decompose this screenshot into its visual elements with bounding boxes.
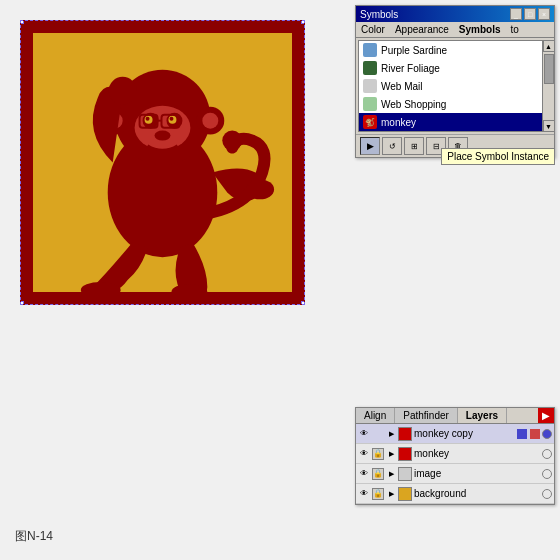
color-monkey-copy — [517, 429, 527, 439]
tab-pathfinder[interactable]: Pathfinder — [395, 408, 458, 423]
layers-menu-arrow[interactable]: ▶ — [538, 408, 554, 423]
circle-monkey-copy — [542, 429, 552, 439]
layers-list: 👁 ▶ monkey copy 👁 🔒 ▶ monkey 👁 🔒 ▶ image — [356, 424, 554, 504]
rotate-button[interactable]: ↺ — [382, 137, 402, 155]
symbols-list: Purple Sardine River Foliage Web Mail We… — [358, 40, 552, 132]
layer-row-background[interactable]: 👁 🔒 ▶ background — [356, 484, 554, 504]
artwork — [20, 20, 305, 305]
canvas-area — [10, 10, 330, 330]
symbol-river-foliage[interactable]: River Foliage — [359, 59, 551, 77]
shopping-label: Web Shopping — [381, 99, 446, 110]
monkey-svg — [33, 33, 292, 292]
lock-monkey-copy[interactable] — [372, 428, 384, 440]
size-button[interactable]: ⊞ — [404, 137, 424, 155]
thumb-background — [398, 487, 412, 501]
expand-background[interactable]: ▶ — [386, 489, 396, 499]
lock-image[interactable]: 🔒 — [372, 468, 384, 480]
place-symbol-button[interactable]: ▶ — [360, 137, 380, 155]
scroll-up-arrow[interactable]: ▲ — [543, 40, 555, 52]
monkey-label: monkey — [381, 117, 416, 128]
svg-point-17 — [109, 77, 137, 105]
svg-point-16 — [202, 113, 218, 129]
foliage-label: River Foliage — [381, 63, 440, 74]
name-monkey: monkey — [414, 448, 540, 459]
figure-label-text: 图N-14 — [15, 529, 53, 543]
circle-image — [542, 469, 552, 479]
layer-row-monkey-copy[interactable]: 👁 ▶ monkey copy — [356, 424, 554, 444]
color2-monkey-copy — [530, 429, 540, 439]
scroll-thumb[interactable] — [544, 54, 554, 84]
monkey-icon: 🐒 — [363, 115, 377, 129]
tab-layers[interactable]: Layers — [458, 408, 507, 423]
close-button[interactable]: × — [538, 8, 550, 20]
handle-tr[interactable] — [301, 20, 305, 24]
layers-tabs: Align Pathfinder Layers ▶ — [356, 408, 554, 424]
symbols-scrollbar[interactable]: ▲ ▼ — [542, 40, 554, 132]
layers-panel: Align Pathfinder Layers ▶ 👁 ▶ monkey cop… — [355, 407, 555, 505]
scroll-down-arrow[interactable]: ▼ — [543, 120, 555, 132]
titlebar-controls: _ □ × — [510, 8, 550, 20]
symbols-panel: Symbols _ □ × Color Appearance Symbols t… — [355, 5, 555, 158]
symbols-titlebar: Symbols _ □ × — [356, 6, 554, 22]
symbols-title: Symbols — [360, 9, 398, 20]
foliage-icon — [363, 61, 377, 75]
tooltip-text: Place Symbol Instance — [447, 151, 549, 162]
eye-monkey[interactable]: 👁 — [358, 448, 370, 460]
symbol-purple-sardine[interactable]: Purple Sardine — [359, 41, 551, 59]
eye-monkey-copy[interactable]: 👁 — [358, 428, 370, 440]
expand-monkey-copy[interactable]: ▶ — [386, 429, 396, 439]
shopping-icon — [363, 97, 377, 111]
circle-monkey — [542, 449, 552, 459]
menu-symbols[interactable]: Symbols — [454, 23, 506, 36]
menu-color[interactable]: Color — [356, 23, 390, 36]
place-symbol-tooltip: Place Symbol Instance — [441, 148, 555, 165]
handle-tl[interactable] — [20, 20, 24, 24]
symbol-web-shopping[interactable]: Web Shopping — [359, 95, 551, 113]
sardine-icon — [363, 43, 377, 57]
handle-br[interactable] — [301, 301, 305, 305]
layer-row-monkey[interactable]: 👁 🔒 ▶ monkey — [356, 444, 554, 464]
mail-label: Web Mail — [381, 81, 423, 92]
eye-background[interactable]: 👁 — [358, 488, 370, 500]
tab-align[interactable]: Align — [356, 408, 395, 423]
svg-point-21 — [222, 131, 242, 151]
circle-background — [542, 489, 552, 499]
figure-label: 图N-14 — [15, 528, 53, 545]
expand-image[interactable]: ▶ — [386, 469, 396, 479]
eye-image[interactable]: 👁 — [358, 468, 370, 480]
symbols-menu-bar: Color Appearance Symbols to — [356, 22, 554, 38]
minimize-button[interactable]: _ — [510, 8, 522, 20]
svg-point-7 — [146, 117, 150, 121]
name-background: background — [414, 488, 540, 499]
expand-monkey[interactable]: ▶ — [386, 449, 396, 459]
layer-row-image[interactable]: 👁 🔒 ▶ image — [356, 464, 554, 484]
lock-monkey[interactable]: 🔒 — [372, 448, 384, 460]
svg-point-12 — [155, 131, 171, 141]
artwork-inner — [33, 33, 292, 292]
name-image: image — [414, 468, 540, 479]
thumb-image — [398, 467, 412, 481]
menu-appearance[interactable]: Appearance — [390, 23, 454, 36]
mail-icon — [363, 79, 377, 93]
name-monkey-copy: monkey copy — [414, 428, 515, 439]
thumb-monkey — [398, 447, 412, 461]
maximize-button[interactable]: □ — [524, 8, 536, 20]
menu-to[interactable]: to — [506, 23, 524, 36]
symbol-monkey[interactable]: 🐒 monkey — [359, 113, 551, 131]
handle-bl[interactable] — [20, 301, 24, 305]
symbol-web-mail[interactable]: Web Mail — [359, 77, 551, 95]
symbols-list-container: Purple Sardine River Foliage Web Mail We… — [356, 40, 554, 132]
sardine-label: Purple Sardine — [381, 45, 447, 56]
svg-point-8 — [169, 117, 173, 121]
lock-background[interactable]: 🔒 — [372, 488, 384, 500]
thumb-monkey-copy — [398, 427, 412, 441]
